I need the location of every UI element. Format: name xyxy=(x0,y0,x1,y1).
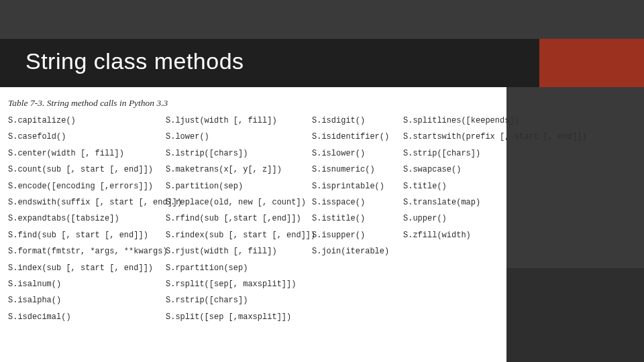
method-item: S.lower() xyxy=(166,131,312,143)
column-1: S.capitalize() S.casefold() S.center(wid… xyxy=(8,115,166,323)
method-item: S.casefold() xyxy=(8,131,166,143)
method-item: S.zfill(width) xyxy=(403,230,551,241)
method-item: S.index(sub [, start [, end]]) xyxy=(8,263,166,274)
method-item: S.strip([chars]) xyxy=(403,148,551,160)
method-item: S.center(width [, fill]) xyxy=(8,148,166,160)
method-item: S.isalpha() xyxy=(8,295,166,306)
method-item: S.join(iterable) xyxy=(312,246,403,257)
method-item: S.isalnum() xyxy=(8,279,166,290)
method-item: S.translate(map) xyxy=(403,197,551,208)
method-item: S.rstrip([chars]) xyxy=(166,295,312,306)
accent-block xyxy=(539,39,644,87)
method-item: S.encode([encoding [,errors]]) xyxy=(8,181,166,192)
method-item: S.istitle() xyxy=(312,213,403,225)
method-item: S.expandtabs([tabsize]) xyxy=(8,213,166,225)
method-item: S.lstrip([chars]) xyxy=(166,148,312,160)
method-item: S.isprintable() xyxy=(312,181,403,192)
method-item: S.partition(sep) xyxy=(166,181,312,192)
table-caption: Table 7-3. String method calls in Python… xyxy=(8,98,168,109)
method-item: S.rindex(sub [, start [, end]]) xyxy=(166,230,312,241)
method-item: S.rjust(width [, fill]) xyxy=(166,246,312,257)
method-item: S.isidentifier() xyxy=(312,131,403,143)
method-item: S.split([sep [,maxsplit]]) xyxy=(166,312,312,323)
method-item: S.rfind(sub [,start [,end]]) xyxy=(166,213,312,225)
method-item: S.startswith(prefix [, start [, end]]) xyxy=(403,131,551,143)
method-item: S.isspace() xyxy=(312,197,403,208)
method-item: S.ljust(width [, fill]) xyxy=(166,115,312,127)
method-item: S.isdecimal() xyxy=(8,312,166,323)
column-3: S.isdigit() S.isidentifier() S.islower()… xyxy=(312,115,403,323)
method-item: S.maketrans(x[, y[, z]]) xyxy=(166,164,312,176)
method-item: S.count(sub [, start [, end]]) xyxy=(8,164,166,176)
page-title: String class methods xyxy=(25,48,244,74)
method-item: S.swapcase() xyxy=(403,164,551,176)
method-item: S.isnumeric() xyxy=(312,164,403,176)
slide: String class methods Table 7-3. String m… xyxy=(0,0,644,362)
method-item: S.upper() xyxy=(403,213,551,225)
method-item: S.splitlines([keepends]) xyxy=(403,115,551,127)
column-4: S.splitlines([keepends]) S.startswith(pr… xyxy=(403,115,551,323)
method-item: S.replace(old, new [, count]) xyxy=(166,197,312,208)
method-item: S.rsplit([sep[, maxsplit]]) xyxy=(166,279,312,290)
method-item: S.capitalize() xyxy=(8,115,166,127)
methods-table: S.capitalize() S.casefold() S.center(wid… xyxy=(8,115,639,323)
method-item: S.islower() xyxy=(312,148,403,160)
method-item: S.rpartition(sep) xyxy=(166,263,312,274)
method-item: S.title() xyxy=(403,181,551,192)
method-item: S.isupper() xyxy=(312,230,403,241)
column-2: S.ljust(width [, fill]) S.lower() S.lstr… xyxy=(166,115,312,323)
method-item: S.find(sub [, start [, end]]) xyxy=(8,230,166,241)
method-item: S.isdigit() xyxy=(312,115,403,127)
method-item: S.endswith(suffix [, start [, end]]) xyxy=(8,197,166,208)
method-item: S.format(fmtstr, *args, **kwargs) xyxy=(8,246,166,257)
